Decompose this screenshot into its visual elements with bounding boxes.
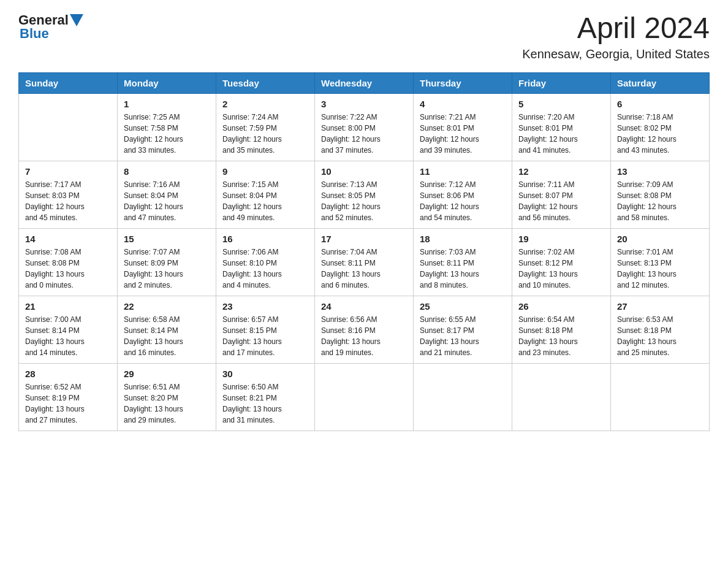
day-number: 28	[25, 369, 111, 379]
day-of-week-header: Tuesday	[216, 72, 315, 93]
calendar-day-cell: 30Sunrise: 6:50 AMSunset: 8:21 PMDayligh…	[216, 363, 315, 431]
calendar-title: April 2024	[522, 12, 710, 45]
day-number: 5	[518, 99, 604, 109]
day-number: 18	[420, 234, 506, 244]
calendar-day-cell: 21Sunrise: 7:00 AMSunset: 8:14 PMDayligh…	[19, 296, 118, 363]
day-number: 2	[222, 99, 308, 109]
calendar-day-cell: 11Sunrise: 7:12 AMSunset: 8:06 PMDayligh…	[414, 161, 512, 228]
day-info: Sunrise: 7:02 AMSunset: 8:12 PMDaylight:…	[518, 247, 604, 291]
day-number: 10	[321, 166, 407, 177]
calendar-day-cell: 14Sunrise: 7:08 AMSunset: 8:08 PMDayligh…	[19, 228, 118, 296]
day-info: Sunrise: 7:00 AMSunset: 8:14 PMDaylight:…	[25, 314, 111, 358]
day-number: 30	[222, 369, 308, 379]
calendar-day-cell: 16Sunrise: 7:06 AMSunset: 8:10 PMDayligh…	[216, 228, 315, 296]
day-info: Sunrise: 6:53 AMSunset: 8:18 PMDaylight:…	[617, 314, 703, 358]
page-header: General Blue April 2024 Kennesaw, Georgi…	[18, 12, 710, 61]
logo-blue-text: Blue	[20, 26, 49, 42]
calendar-day-cell: 25Sunrise: 6:55 AMSunset: 8:17 PMDayligh…	[414, 296, 512, 363]
calendar-day-cell: 19Sunrise: 7:02 AMSunset: 8:12 PMDayligh…	[512, 228, 611, 296]
calendar-day-cell: 2Sunrise: 7:24 AMSunset: 7:59 PMDaylight…	[216, 93, 315, 161]
calendar-day-cell: 26Sunrise: 6:54 AMSunset: 8:18 PMDayligh…	[512, 296, 611, 363]
day-info: Sunrise: 7:18 AMSunset: 8:02 PMDaylight:…	[617, 112, 703, 156]
day-number: 24	[321, 301, 407, 312]
day-of-week-header: Sunday	[19, 72, 118, 93]
day-info: Sunrise: 7:21 AMSunset: 8:01 PMDaylight:…	[420, 112, 506, 156]
day-number: 14	[25, 234, 111, 244]
day-info: Sunrise: 6:52 AMSunset: 8:19 PMDaylight:…	[25, 381, 111, 426]
calendar-week-row: 14Sunrise: 7:08 AMSunset: 8:08 PMDayligh…	[19, 228, 710, 296]
day-info: Sunrise: 7:15 AMSunset: 8:04 PMDaylight:…	[222, 179, 308, 223]
logo: General Blue	[18, 12, 83, 42]
calendar-day-cell: 15Sunrise: 7:07 AMSunset: 8:09 PMDayligh…	[118, 228, 216, 296]
day-info: Sunrise: 6:50 AMSunset: 8:21 PMDaylight:…	[222, 381, 308, 426]
day-info: Sunrise: 6:56 AMSunset: 8:16 PMDaylight:…	[321, 314, 407, 358]
day-info: Sunrise: 7:01 AMSunset: 8:13 PMDaylight:…	[617, 247, 703, 291]
day-info: Sunrise: 7:03 AMSunset: 8:11 PMDaylight:…	[420, 247, 506, 291]
day-info: Sunrise: 6:55 AMSunset: 8:17 PMDaylight:…	[420, 314, 506, 358]
day-number: 21	[25, 301, 111, 312]
day-number: 16	[222, 234, 308, 244]
day-number: 4	[420, 99, 506, 109]
day-of-week-header: Thursday	[414, 72, 512, 93]
day-number: 12	[518, 166, 604, 177]
day-number: 27	[617, 301, 703, 312]
day-number: 3	[321, 99, 407, 109]
svg-marker-0	[70, 14, 83, 26]
day-of-week-header: Friday	[512, 72, 611, 93]
calendar-day-cell: 17Sunrise: 7:04 AMSunset: 8:11 PMDayligh…	[315, 228, 414, 296]
calendar-day-cell: 5Sunrise: 7:20 AMSunset: 8:01 PMDaylight…	[512, 93, 611, 161]
day-info: Sunrise: 7:08 AMSunset: 8:08 PMDaylight:…	[25, 247, 111, 291]
day-info: Sunrise: 7:20 AMSunset: 8:01 PMDaylight:…	[518, 112, 604, 156]
calendar-day-cell: 4Sunrise: 7:21 AMSunset: 8:01 PMDaylight…	[414, 93, 512, 161]
day-info: Sunrise: 7:22 AMSunset: 8:00 PMDaylight:…	[321, 112, 407, 156]
empty-cell	[611, 363, 710, 431]
day-info: Sunrise: 6:57 AMSunset: 8:15 PMDaylight:…	[222, 314, 308, 358]
calendar-day-cell: 1Sunrise: 7:25 AMSunset: 7:58 PMDaylight…	[118, 93, 216, 161]
day-number: 9	[222, 166, 308, 177]
empty-cell	[414, 363, 512, 431]
day-info: Sunrise: 7:13 AMSunset: 8:05 PMDaylight:…	[321, 179, 407, 223]
logo-triangle-icon	[70, 14, 83, 28]
calendar-week-row: 28Sunrise: 6:52 AMSunset: 8:19 PMDayligh…	[19, 363, 710, 431]
calendar-day-cell: 18Sunrise: 7:03 AMSunset: 8:11 PMDayligh…	[414, 228, 512, 296]
day-info: Sunrise: 6:51 AMSunset: 8:20 PMDaylight:…	[124, 381, 210, 426]
day-info: Sunrise: 7:06 AMSunset: 8:10 PMDaylight:…	[222, 247, 308, 291]
day-number: 19	[518, 234, 604, 244]
title-block: April 2024 Kennesaw, Georgia, United Sta…	[522, 12, 710, 61]
day-number: 7	[25, 166, 111, 177]
day-number: 11	[420, 166, 506, 177]
day-number: 6	[617, 99, 703, 109]
calendar-week-row: 1Sunrise: 7:25 AMSunset: 7:58 PMDaylight…	[19, 93, 710, 161]
calendar-day-cell: 22Sunrise: 6:58 AMSunset: 8:14 PMDayligh…	[118, 296, 216, 363]
calendar-day-cell: 20Sunrise: 7:01 AMSunset: 8:13 PMDayligh…	[611, 228, 710, 296]
calendar-week-row: 21Sunrise: 7:00 AMSunset: 8:14 PMDayligh…	[19, 296, 710, 363]
day-number: 1	[124, 99, 210, 109]
day-info: Sunrise: 7:04 AMSunset: 8:11 PMDaylight:…	[321, 247, 407, 291]
day-info: Sunrise: 6:54 AMSunset: 8:18 PMDaylight:…	[518, 314, 604, 358]
day-info: Sunrise: 7:24 AMSunset: 7:59 PMDaylight:…	[222, 112, 308, 156]
day-number: 22	[124, 301, 210, 312]
day-info: Sunrise: 7:09 AMSunset: 8:08 PMDaylight:…	[617, 179, 703, 223]
day-info: Sunrise: 7:11 AMSunset: 8:07 PMDaylight:…	[518, 179, 604, 223]
calendar-day-cell: 9Sunrise: 7:15 AMSunset: 8:04 PMDaylight…	[216, 161, 315, 228]
calendar-day-cell: 12Sunrise: 7:11 AMSunset: 8:07 PMDayligh…	[512, 161, 611, 228]
calendar-subtitle: Kennesaw, Georgia, United States	[522, 47, 710, 61]
day-number: 26	[518, 301, 604, 312]
empty-cell	[512, 363, 611, 431]
day-info: Sunrise: 7:07 AMSunset: 8:09 PMDaylight:…	[124, 247, 210, 291]
day-of-week-header: Wednesday	[315, 72, 414, 93]
empty-cell	[19, 93, 118, 161]
day-info: Sunrise: 7:12 AMSunset: 8:06 PMDaylight:…	[420, 179, 506, 223]
day-of-week-header: Saturday	[611, 72, 710, 93]
day-number: 15	[124, 234, 210, 244]
days-header-row: SundayMondayTuesdayWednesdayThursdayFrid…	[19, 72, 710, 93]
calendar-day-cell: 3Sunrise: 7:22 AMSunset: 8:00 PMDaylight…	[315, 93, 414, 161]
day-number: 8	[124, 166, 210, 177]
calendar-week-row: 7Sunrise: 7:17 AMSunset: 8:03 PMDaylight…	[19, 161, 710, 228]
day-info: Sunrise: 6:58 AMSunset: 8:14 PMDaylight:…	[124, 314, 210, 358]
day-number: 29	[124, 369, 210, 379]
calendar-day-cell: 7Sunrise: 7:17 AMSunset: 8:03 PMDaylight…	[19, 161, 118, 228]
calendar-day-cell: 23Sunrise: 6:57 AMSunset: 8:15 PMDayligh…	[216, 296, 315, 363]
day-info: Sunrise: 7:25 AMSunset: 7:58 PMDaylight:…	[124, 112, 210, 156]
calendar-day-cell: 29Sunrise: 6:51 AMSunset: 8:20 PMDayligh…	[118, 363, 216, 431]
